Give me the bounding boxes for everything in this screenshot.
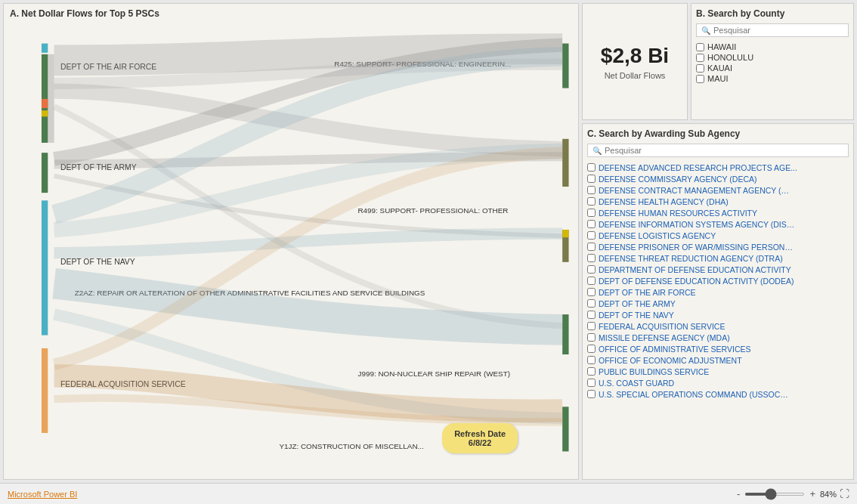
- rnode-y1jz: [562, 407, 568, 451]
- sankey-chart-area: DEPT OF THE AIR FORCE DEPT OF THE ARMY D…: [4, 22, 578, 476]
- agency-checkbox-1[interactable]: [587, 175, 596, 183]
- bar-yellow: [42, 110, 48, 116]
- agency-label-15: MISSILE DEFENSE AGENCY (MDA): [599, 333, 730, 342]
- agency-label-2: DEFENSE CONTRACT MANAGEMENT AGENCY (…: [599, 186, 789, 195]
- flow-navy-z2az: [54, 233, 563, 252]
- zoom-percent: 84%: [820, 490, 837, 499]
- agency-item[interactable]: DEFENSE LOGISTICS AGENCY: [587, 230, 849, 241]
- zoom-plus-button[interactable]: +: [808, 488, 817, 499]
- agency-item[interactable]: OFFICE OF ADMINISTRATIVE SERVICES: [587, 343, 849, 354]
- agency-box-title: C. Search by Awarding Sub Agency: [587, 128, 849, 139]
- label-j999: J999: NON-NUCLEAR SHIP REPAIR (WEST): [357, 369, 509, 378]
- agency-label-12: DEPT OF THE ARMY: [599, 299, 676, 308]
- refresh-date: 6/8/22: [454, 438, 506, 447]
- agency-label-3: DEFENSE HEALTH AGENCY (DHA): [599, 197, 729, 206]
- agency-checkbox-14[interactable]: [587, 322, 596, 330]
- agency-item[interactable]: DEPT OF THE AIR FORCE: [587, 286, 849, 298]
- county-search-input[interactable]: [713, 26, 843, 35]
- agency-checkbox-6[interactable]: [587, 231, 596, 240]
- agency-item[interactable]: DEFENSE HUMAN RESOURCES ACTIVITY: [587, 207, 849, 218]
- county-item-maui[interactable]: MAUI: [696, 73, 849, 84]
- county-label-maui: MAUI: [707, 74, 729, 83]
- bar-army-green: [42, 153, 48, 193]
- label-navy: DEPT OF THE NAVY: [60, 258, 135, 266]
- agency-label-8: DEFENSE THREAT REDUCTION AGENCY (DTRA): [599, 254, 783, 263]
- agency-item[interactable]: DEPARTMENT OF DEFENSE EDUCATION ACTIVITY: [587, 264, 849, 275]
- bar-fas-orange: [42, 348, 48, 433]
- agency-checkbox-4[interactable]: [587, 209, 596, 217]
- agency-search-container[interactable]: 🔍: [587, 144, 849, 157]
- county-box-title: B. Search by County: [696, 8, 849, 19]
- rnode-r499: [562, 139, 568, 187]
- county-checkbox-maui[interactable]: [696, 75, 704, 83]
- agency-item[interactable]: DEFENSE COMMISSARY AGENCY (DECA): [587, 173, 849, 184]
- agency-list: DEFENSE ADVANCED RESEARCH PROJECTS AGE..…: [587, 162, 849, 475]
- agency-checkbox-9[interactable]: [587, 265, 596, 274]
- agency-label-11: DEPT OF THE AIR FORCE: [599, 288, 696, 297]
- right-panel: $2,8 Bi Net Dollar Flows B. Search by Co…: [582, 3, 854, 480]
- county-item-kauai[interactable]: KAUAI: [696, 63, 849, 73]
- agency-checkbox-19[interactable]: [587, 379, 596, 387]
- agency-checkbox-16[interactable]: [587, 345, 596, 353]
- agency-checkbox-13[interactable]: [587, 311, 596, 319]
- agency-checkbox-3[interactable]: [587, 197, 596, 206]
- agency-item[interactable]: PUBLIC BUILDINGS SERVICE: [587, 366, 849, 377]
- agency-item[interactable]: DEFENSE HEALTH AGENCY (DHA): [587, 196, 849, 207]
- rnode-j999: [562, 314, 568, 354]
- agency-checkbox-12[interactable]: [587, 299, 596, 308]
- agency-label-6: DEFENSE LOGISTICS AGENCY: [599, 231, 716, 240]
- agency-label-5: DEFENSE INFORMATION SYSTEMS AGENCY (DIS…: [599, 220, 794, 229]
- county-search-icon: 🔍: [701, 26, 710, 35]
- agency-item[interactable]: DEPT OF THE ARMY: [587, 298, 849, 309]
- agency-checkbox-10[interactable]: [587, 277, 596, 285]
- agency-checkbox-18[interactable]: [587, 367, 596, 376]
- county-checkbox-kauai[interactable]: [696, 64, 704, 73]
- agency-checkbox-11[interactable]: [587, 288, 596, 296]
- agency-checkbox-15[interactable]: [587, 333, 596, 342]
- agency-label-9: DEPARTMENT OF DEFENSE EDUCATION ACTIVITY: [599, 265, 791, 274]
- agency-checkbox-8[interactable]: [587, 254, 596, 262]
- agency-item[interactable]: U.S. COAST GUARD: [587, 377, 849, 388]
- fullscreen-button[interactable]: ⛶: [840, 488, 849, 499]
- agency-label-4: DEFENSE HUMAN RESOURCES ACTIVITY: [599, 209, 757, 218]
- agency-label-20: U.S. SPECIAL OPERATIONS COMMAND (USSOC…: [599, 390, 788, 399]
- agency-checkbox-0[interactable]: [587, 163, 596, 172]
- agency-item[interactable]: DEPT OF THE NAVY: [587, 309, 849, 320]
- agency-checkbox-5[interactable]: [587, 220, 596, 228]
- county-search-container[interactable]: 🔍: [696, 23, 849, 37]
- county-checkbox-hawaii[interactable]: [696, 43, 704, 51]
- bar-af-green: [42, 54, 48, 143]
- county-checkbox-honolulu[interactable]: [696, 54, 704, 62]
- agency-label-16: OFFICE OF ADMINISTRATIVE SERVICES: [599, 345, 750, 354]
- agency-item[interactable]: U.S. SPECIAL OPERATIONS COMMAND (USSOC…: [587, 388, 849, 400]
- refresh-tooltip: Refresh Date 6/8/22: [442, 423, 518, 453]
- agency-search-input[interactable]: [605, 146, 843, 155]
- agency-item[interactable]: FEDERAL ACQUISITION SERVICE: [587, 320, 849, 332]
- county-item-honolulu[interactable]: HONOLULU: [696, 52, 849, 63]
- zoom-controls: - + 84% ⛶: [735, 488, 849, 499]
- agency-item[interactable]: DEPT OF DEFENSE EDUCATION ACTIVITY (DODE…: [587, 275, 849, 286]
- label-r499: R499: SUPPORT- PROFESSIONAL: OTHER: [357, 206, 508, 215]
- zoom-slider[interactable]: [744, 493, 805, 496]
- zoom-minus-button[interactable]: -: [735, 488, 741, 499]
- agency-item[interactable]: OFFICE OF ECONOMIC ADJUSTMENT: [587, 354, 849, 366]
- rnode-r425: [562, 44, 568, 88]
- agency-checkbox-2[interactable]: [587, 186, 596, 194]
- county-item-hawaii[interactable]: HAWAII: [696, 42, 849, 52]
- county-list: HAWAII HONOLULU KAUAI MAUI: [696, 42, 849, 84]
- agency-checkbox-7[interactable]: [587, 243, 596, 251]
- agency-item[interactable]: MISSILE DEFENSE AGENCY (MDA): [587, 332, 849, 343]
- agency-item[interactable]: DEFENSE THREAT REDUCTION AGENCY (DTRA): [587, 252, 849, 264]
- agency-item[interactable]: DEFENSE PRISONER OF WAR/MISSING PERSON…: [587, 241, 849, 252]
- agency-label-18: PUBLIC BUILDINGS SERVICE: [599, 367, 709, 376]
- agency-checkbox-17[interactable]: [587, 356, 596, 364]
- bottom-bar: Microsoft Power BI - + 84% ⛶: [0, 483, 857, 504]
- agency-label-13: DEPT OF THE NAVY: [599, 311, 674, 320]
- powerbi-link[interactable]: Microsoft Power BI: [8, 490, 77, 499]
- agency-item[interactable]: DEFENSE INFORMATION SYSTEMS AGENCY (DIS…: [587, 218, 849, 230]
- content-area: A. Net Dollar Flows for Top 5 PSCs DEPT …: [0, 0, 857, 504]
- agency-item[interactable]: DEFENSE CONTRACT MANAGEMENT AGENCY (…: [587, 184, 849, 196]
- agency-checkbox-20[interactable]: [587, 390, 596, 398]
- rnode-z2az-yellow: [562, 230, 568, 237]
- agency-item[interactable]: DEFENSE ADVANCED RESEARCH PROJECTS AGE..…: [587, 162, 849, 173]
